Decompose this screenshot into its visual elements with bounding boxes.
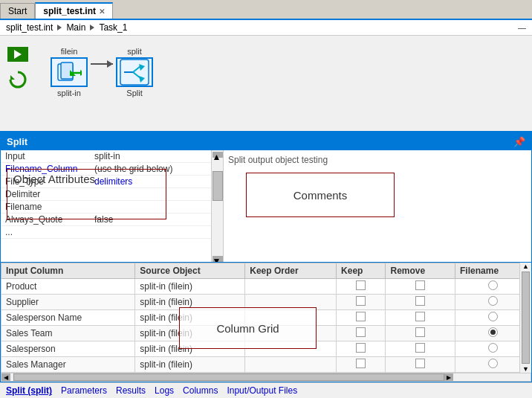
cell-input-col: Salesperson Name [1, 310, 135, 326]
cell-input-col: Sales Manager [1, 357, 135, 373]
checkbox-remove[interactable] [415, 312, 425, 321]
svg-rect-2 [61, 62, 73, 79]
attr-val-always-quote: false [94, 214, 113, 225]
table-scroll-up[interactable]: ▲ [520, 263, 531, 270]
checkbox-keep[interactable] [356, 296, 366, 306]
cell-keep[interactable] [337, 295, 386, 310]
breadcrumb-arrow-2 [90, 25, 94, 31]
radio-filename[interactable] [488, 296, 498, 306]
footer-tab-io-files[interactable]: Input/Output Files [227, 385, 297, 396]
attributes-list: Input split-in Filename_Column (use the … [1, 150, 211, 262]
attr-key-delimiter: Delimiter [5, 189, 94, 199]
attr-key-filetype: File_Type [5, 176, 94, 187]
breadcrumb-part-2: Main [66, 22, 85, 33]
attr-key-input: Input [5, 151, 94, 161]
scroll-down-arrow[interactable]: ▼ [213, 256, 223, 262]
cell-remove[interactable] [386, 295, 455, 310]
hscroll-thumb[interactable] [13, 373, 444, 381]
table-scroll-thumb[interactable] [522, 272, 530, 364]
table-row: Sales Team split-in (filein) [1, 326, 531, 341]
tab-start[interactable]: Start [0, 3, 35, 19]
cell-keep[interactable] [337, 341, 386, 357]
col-header-remove: Remove [386, 263, 455, 279]
scroll-up-arrow[interactable]: ▲ [213, 152, 223, 158]
table-row: Product split-in (filein) [1, 279, 531, 295]
footer-tab-logs[interactable]: Logs [155, 385, 174, 396]
canvas-area: filein split-in split [0, 36, 532, 132]
hscroll-right[interactable]: ▶ [444, 373, 453, 381]
radio-filename[interactable] [488, 312, 498, 321]
attributes-scrollbar[interactable]: ▲ ▼ [211, 150, 223, 262]
footer-tab-parameters[interactable]: Parameters [61, 385, 107, 396]
checkbox-keep[interactable] [356, 343, 366, 353]
cell-remove[interactable] [386, 326, 455, 341]
connector-arrow [91, 63, 113, 65]
checkbox-remove[interactable] [415, 296, 425, 306]
node-filein-bottom-label: split-in [57, 89, 81, 97]
hscroll-left[interactable]: ◀ [1, 373, 10, 381]
radio-filename[interactable] [488, 359, 498, 368]
node-filein[interactable]: filein split-in [51, 47, 88, 97]
node-split-icon [116, 57, 153, 87]
cell-keep[interactable] [337, 279, 386, 295]
comments-annotation-box: Comments [246, 173, 395, 217]
attr-val-filetype: delimiters [94, 176, 132, 187]
pin-icon[interactable]: 📌 [513, 136, 525, 147]
footer-tab-split[interactable]: Split (split) [6, 385, 52, 396]
cell-input-col: Product [1, 279, 135, 295]
minimize-button[interactable]: — [518, 23, 526, 32]
checkbox-keep[interactable] [356, 359, 366, 368]
split-panel-content: Input split-in Filename_Column (use the … [1, 150, 531, 262]
radio-filename-selected[interactable] [488, 327, 498, 337]
footer-tab-columns[interactable]: Columns [183, 385, 218, 396]
node-filein-icon [51, 57, 88, 87]
attr-key-always-quote: Always_Quote [5, 214, 94, 225]
cell-keep[interactable] [337, 310, 386, 326]
tab-split-test[interactable]: split_test.int ✕ [35, 2, 113, 19]
checkbox-remove[interactable] [415, 280, 425, 290]
col-header-input-column: Input Column [1, 263, 135, 279]
cell-source-obj: split-in (filein) [135, 341, 245, 357]
table-scrollbar-v[interactable]: ▲ ▼ [519, 263, 531, 373]
checkbox-remove[interactable] [415, 327, 425, 337]
nodes-area: filein split-in split [36, 47, 153, 97]
horizontal-scrollbar[interactable]: ◀ ▶ [1, 373, 531, 382]
col-header-source-object: Source Object [135, 263, 245, 279]
table-scroll-down[interactable]: ▼ [520, 365, 531, 373]
footer-tab-results[interactable]: Results [116, 385, 146, 396]
checkbox-keep[interactable] [356, 327, 366, 337]
table-row: Supplier split-in (filein) [1, 295, 531, 310]
breadcrumb-part-1: split_test.int [6, 22, 53, 33]
tab-close-icon[interactable]: ✕ [99, 7, 105, 16]
left-icons [7, 47, 28, 90]
checkbox-remove[interactable] [415, 359, 425, 368]
attr-row-filetype: File_Type delimiters [1, 176, 211, 188]
table-row: Salesperson Name split-in (filein) [1, 310, 531, 326]
cell-remove[interactable] [386, 341, 455, 357]
cell-source-obj: split-in (filein) [135, 357, 245, 373]
radio-filename[interactable] [488, 280, 498, 290]
scroll-thumb[interactable] [213, 171, 223, 201]
checkbox-remove[interactable] [415, 343, 425, 353]
cell-source-obj: split-in (filein) [135, 310, 245, 326]
checkbox-keep[interactable] [356, 312, 366, 321]
cell-remove[interactable] [386, 357, 455, 373]
attr-row-delimiter: Delimiter [1, 188, 211, 201]
svg-marker-0 [10, 75, 15, 80]
cell-input-col: Sales Team [1, 326, 135, 341]
split-panel-title: Split [7, 136, 27, 147]
tab-bar: Start split_test.int ✕ [0, 0, 532, 20]
play-button[interactable] [7, 47, 28, 62]
cell-keep[interactable] [337, 357, 386, 373]
node-split[interactable]: split Split [116, 47, 153, 97]
cell-source-obj: split-in (filein) [135, 326, 245, 341]
cell-keep[interactable] [337, 326, 386, 341]
refresh-icon[interactable] [7, 69, 28, 90]
attr-val-input: split-in [94, 151, 120, 161]
cell-remove[interactable] [386, 310, 455, 326]
radio-filename[interactable] [488, 343, 498, 353]
attributes-pane: Input split-in Filename_Column (use the … [1, 150, 224, 262]
checkbox-keep[interactable] [356, 280, 366, 290]
attr-row-filename-col: Filename_Column (use the grid below) [1, 163, 211, 176]
cell-remove[interactable] [386, 279, 455, 295]
